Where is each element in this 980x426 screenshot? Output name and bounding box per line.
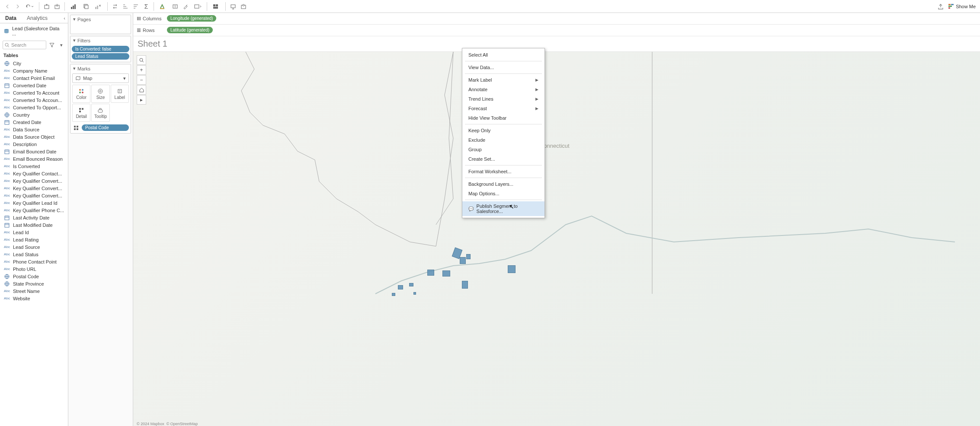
field-item[interactable]: AbcLead Id — [0, 229, 68, 236]
pages-shelf[interactable]: ▾Pages — [70, 15, 131, 34]
field-item[interactable]: AbcKey Qualifier Contact... — [0, 170, 68, 177]
field-item[interactable]: State Province — [0, 280, 68, 287]
map-mark[interactable] — [442, 270, 450, 277]
menu-select-all[interactable]: Select All — [462, 50, 544, 60]
map-mark[interactable] — [409, 283, 413, 286]
field-item[interactable]: Postal Code — [0, 273, 68, 280]
map-viz[interactable]: Connecticut + − ▸ © 2024 Mapbox © OpenSt… — [133, 51, 980, 426]
back-button[interactable] — [3, 2, 12, 11]
label-button[interactable]: T — [170, 2, 180, 11]
menu-trend-lines[interactable]: Trend Lines▶ — [462, 94, 544, 104]
field-item[interactable]: AbcPhone Contact Point — [0, 258, 68, 265]
swap-button[interactable] — [110, 2, 120, 11]
menu-view-data[interactable]: View Data... — [462, 63, 544, 72]
field-item[interactable]: AbcCompany Name — [0, 67, 68, 74]
field-item[interactable]: Created Date — [0, 118, 68, 126]
menu-mark-label[interactable]: Mark Label▶ — [462, 75, 544, 85]
menu-keep-only[interactable]: Keep Only — [462, 126, 544, 135]
tab-data[interactable]: Data — [0, 13, 22, 23]
data-guide-button[interactable] — [936, 2, 945, 11]
fit-dropdown[interactable] — [191, 2, 204, 11]
field-item[interactable]: AbcPhoto URL — [0, 265, 68, 273]
menu-hide-toolbar[interactable]: Hide View Toolbar — [462, 113, 544, 123]
sort-desc-button[interactable] — [131, 2, 141, 11]
highlight-button[interactable] — [157, 2, 170, 11]
map-mark[interactable] — [398, 285, 403, 289]
field-item[interactable]: AbcKey Qualifier Phone C... — [0, 207, 68, 214]
field-item[interactable]: AbcLead Rating — [0, 236, 68, 243]
mark-cell-size[interactable]: Size — [91, 85, 109, 103]
field-item[interactable]: AbcStreet Name — [0, 287, 68, 295]
mark-cell-color[interactable]: Color — [72, 85, 90, 103]
field-item[interactable]: Converted Date — [0, 82, 68, 89]
mark-cell-label[interactable]: TLabel — [111, 85, 129, 103]
menu-create-set[interactable]: Create Set... — [462, 154, 544, 164]
field-item[interactable]: AbcConverted To Accoun... — [0, 96, 68, 104]
map-mark[interactable] — [427, 270, 434, 276]
save-button[interactable] — [52, 2, 62, 11]
filter-pill[interactable]: Is Converted: false — [72, 46, 129, 52]
map-tools-button[interactable]: ▸ — [137, 95, 146, 105]
search-input[interactable]: Search — [3, 41, 46, 49]
totals-button[interactable]: Σ — [141, 2, 151, 11]
undo-dropdown[interactable] — [23, 2, 36, 11]
sheet-title[interactable]: Sheet 1 — [133, 36, 980, 51]
menu-exclude[interactable]: Exclude — [462, 135, 544, 145]
collapse-data-pane[interactable]: ‹ — [61, 13, 68, 23]
field-item[interactable]: AbcData Source — [0, 126, 68, 133]
menu-forecast[interactable]: Forecast▶ — [462, 104, 544, 113]
map-mark[interactable] — [460, 257, 466, 264]
format-button[interactable] — [181, 2, 190, 11]
field-item[interactable]: AbcData Source Object — [0, 133, 68, 140]
show-me-button[interactable]: Show Me — [946, 3, 977, 10]
menu-group[interactable]: Group — [462, 145, 544, 154]
map-mark[interactable] — [413, 292, 416, 295]
menu-publish-segment[interactable]: 💬Publish Segment to Salesforce... — [462, 201, 544, 216]
detail-pill-row[interactable]: Postal Code — [70, 123, 131, 133]
field-item[interactable]: Last Modified Date — [0, 221, 68, 229]
field-item[interactable]: AbcIs Converted — [0, 162, 68, 170]
postal-code-pill[interactable]: Postal Code — [82, 124, 129, 131]
menu-background-layers[interactable]: Background Layers... — [462, 179, 544, 189]
rows-shelf[interactable]: Rows Latitude (generated) — [133, 25, 980, 36]
field-item[interactable]: AbcLead Status — [0, 251, 68, 258]
field-item[interactable]: City — [0, 60, 68, 67]
columns-pill[interactable]: Longitude (generated) — [167, 15, 216, 22]
field-item[interactable]: AbcContact Point Email — [0, 74, 68, 82]
map-mark[interactable] — [392, 293, 395, 296]
field-item[interactable]: AbcEmail Bounced Reason — [0, 155, 68, 162]
menu-annotate[interactable]: Annotate▶ — [462, 85, 544, 94]
zoom-in-button[interactable]: + — [137, 65, 146, 75]
field-item[interactable]: Email Bounced Date — [0, 148, 68, 155]
field-item[interactable]: AbcKey Qualifier Convert... — [0, 184, 68, 192]
field-item[interactable]: AbcConverted To Account — [0, 89, 68, 96]
presentation-button[interactable] — [228, 2, 238, 11]
tab-analytics[interactable]: Analytics — [22, 13, 53, 23]
field-item[interactable]: AbcKey Qualifier Convert... — [0, 177, 68, 184]
filters-shelf[interactable]: ▾Filters Is Converted: falseLead Status — [70, 36, 131, 62]
mark-cell-tooltip[interactable]: Tooltip — [91, 104, 109, 122]
fields-menu-button[interactable]: ▾ — [58, 41, 65, 49]
clear-button[interactable] — [92, 2, 105, 11]
field-item[interactable]: AbcDescription — [0, 140, 68, 148]
new-worksheet-button[interactable] — [67, 2, 80, 11]
field-item[interactable]: Country — [0, 111, 68, 118]
map-search-button[interactable] — [137, 55, 146, 65]
mark-type-select[interactable]: Map ▾ — [72, 73, 129, 83]
filter-fields-button[interactable] — [48, 41, 56, 49]
field-item[interactable]: AbcLead Source — [0, 243, 68, 251]
rows-pill[interactable]: Latitude (generated) — [167, 27, 213, 33]
field-item[interactable]: AbcWebsite — [0, 295, 68, 302]
menu-map-options[interactable]: Map Options... — [462, 189, 544, 198]
datasource-row[interactable]: Lead (Salesforce Data ... — [0, 23, 68, 39]
zoom-home-button[interactable] — [137, 85, 146, 95]
forward-button[interactable] — [13, 2, 22, 11]
new-datasource-button[interactable] — [42, 2, 51, 11]
field-item[interactable]: AbcKey Qualifier Lead Id — [0, 199, 68, 207]
columns-shelf[interactable]: Columns Longitude (generated) — [133, 13, 980, 25]
map-mark[interactable] — [508, 265, 516, 273]
menu-format-worksheet[interactable]: Format Worksheet... — [462, 167, 544, 176]
field-item[interactable]: AbcKey Qualifier Convert... — [0, 192, 68, 199]
share-button[interactable] — [239, 2, 248, 11]
duplicate-button[interactable] — [81, 2, 91, 11]
